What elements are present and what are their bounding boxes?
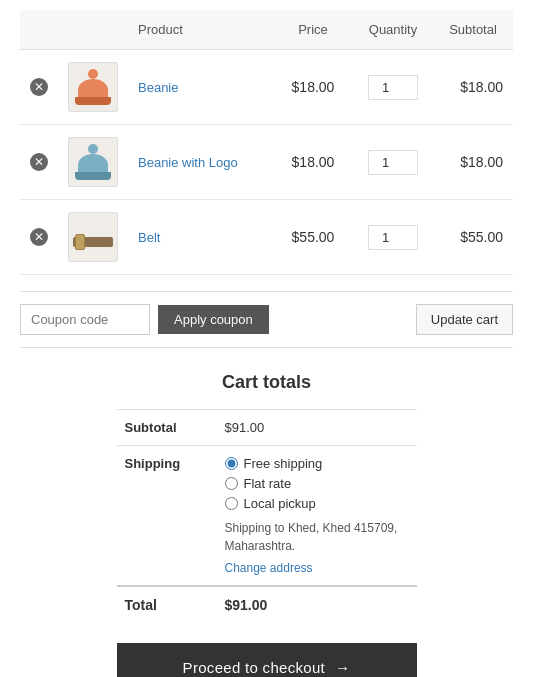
shipping-option: Free shipping (225, 456, 409, 471)
shipping-row: Shipping Free shipping Flat rate Local p… (117, 446, 417, 587)
change-address-link[interactable]: Change address (225, 561, 409, 575)
subtotal-value: $91.00 (217, 410, 417, 446)
total-label: Total (117, 586, 217, 623)
cart-totals-section: Cart totals Subtotal $91.00 Shipping Fre… (117, 372, 417, 677)
cart-page: Product Price Quantity Subtotal ✕ Beanie… (0, 0, 533, 677)
product-price: $55.00 (273, 200, 353, 275)
col-header-image (58, 10, 128, 50)
shipping-option-label[interactable]: Flat rate (244, 476, 292, 491)
table-row: ✕ Beanie $18.00 $18.00 (20, 50, 513, 125)
col-header-subtotal: Subtotal (433, 10, 513, 50)
col-header-price: Price (273, 10, 353, 50)
product-subtotal: $18.00 (433, 50, 513, 125)
totals-table: Subtotal $91.00 Shipping Free shipping F… (117, 409, 417, 623)
shipping-radio-free[interactable] (225, 457, 238, 470)
total-row: Total $91.00 (117, 586, 417, 623)
checkout-label: Proceed to checkout (183, 659, 325, 676)
product-price: $18.00 (273, 50, 353, 125)
product-name-link[interactable]: Belt (138, 230, 160, 245)
product-name-link[interactable]: Beanie with Logo (138, 155, 238, 170)
update-cart-button[interactable]: Update cart (416, 304, 513, 335)
remove-item-button[interactable]: ✕ (30, 228, 48, 246)
checkout-btn-wrapper: Proceed to checkout → (117, 643, 417, 677)
shipping-address: Shipping to Khed, Khed 415709, Maharasht… (225, 519, 409, 555)
coupon-left: Apply coupon (20, 304, 269, 335)
col-header-product: Product (128, 10, 273, 50)
product-name-link[interactable]: Beanie (138, 80, 178, 95)
checkout-arrow-icon: → (335, 659, 350, 676)
shipping-option-label[interactable]: Free shipping (244, 456, 323, 471)
table-row: ✕ Beanie with Logo $18.00 $18.00 (20, 125, 513, 200)
quantity-input[interactable] (368, 75, 418, 100)
shipping-option: Flat rate (225, 476, 409, 491)
coupon-row: Apply coupon Update cart (20, 291, 513, 348)
product-image (68, 137, 118, 187)
subtotal-row: Subtotal $91.00 (117, 410, 417, 446)
quantity-input[interactable] (368, 225, 418, 250)
remove-item-button[interactable]: ✕ (30, 78, 48, 96)
shipping-option-label[interactable]: Local pickup (244, 496, 316, 511)
shipping-label: Shipping (117, 446, 217, 587)
cart-totals-title: Cart totals (117, 372, 417, 393)
product-price: $18.00 (273, 125, 353, 200)
shipping-radio-flat[interactable] (225, 477, 238, 490)
coupon-input[interactable] (20, 304, 150, 335)
shipping-radio-local[interactable] (225, 497, 238, 510)
col-header-remove (20, 10, 58, 50)
table-row: ✕ Belt $55.00 $55.00 (20, 200, 513, 275)
product-subtotal: $55.00 (433, 200, 513, 275)
proceed-to-checkout-button[interactable]: Proceed to checkout → (117, 643, 417, 677)
shipping-options-cell: Free shipping Flat rate Local pickup Shi… (217, 446, 417, 587)
quantity-input[interactable] (368, 150, 418, 175)
remove-item-button[interactable]: ✕ (30, 153, 48, 171)
shipping-option: Local pickup (225, 496, 409, 511)
cart-table: Product Price Quantity Subtotal ✕ Beanie… (20, 10, 513, 275)
col-header-quantity: Quantity (353, 10, 433, 50)
apply-coupon-button[interactable]: Apply coupon (158, 305, 269, 334)
product-subtotal: $18.00 (433, 125, 513, 200)
subtotal-label: Subtotal (117, 410, 217, 446)
product-image (68, 212, 118, 262)
total-value: $91.00 (217, 586, 417, 623)
product-image (68, 62, 118, 112)
